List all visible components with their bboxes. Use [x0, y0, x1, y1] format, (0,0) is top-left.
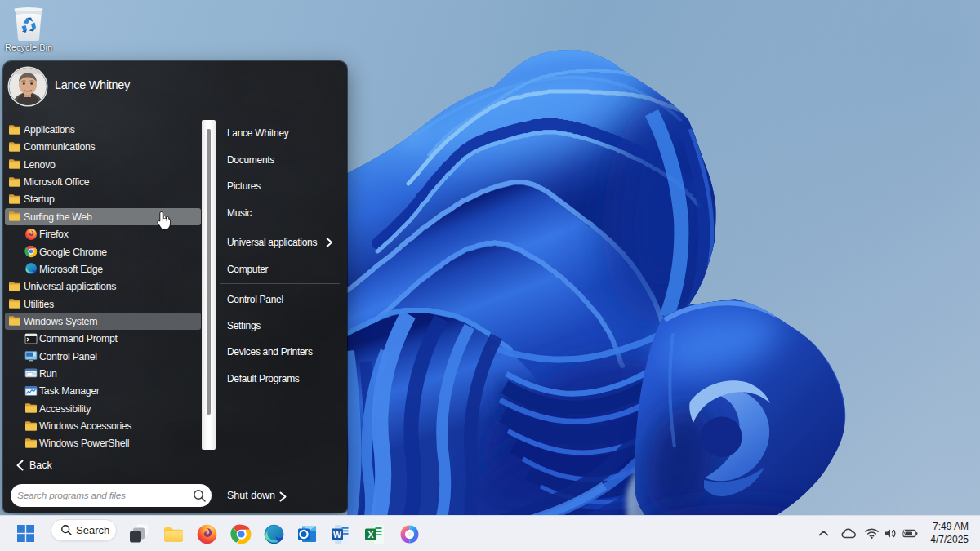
- svg-text:X: X: [368, 530, 373, 540]
- svg-text:W: W: [333, 530, 341, 540]
